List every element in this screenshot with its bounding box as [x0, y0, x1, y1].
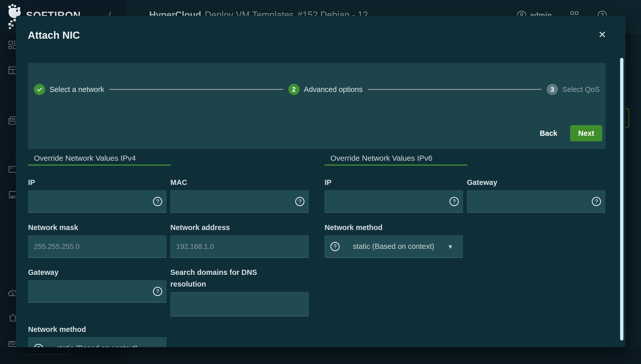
ipv6-ip-input[interactable]: [325, 191, 463, 212]
chevron-down-icon: ▾: [152, 344, 156, 347]
page-bottom-strip: [127, 347, 641, 364]
field-ipv4-dns-domains: Search domains for DNSresolution: [170, 266, 309, 316]
ipv6-method-label: Network method: [325, 222, 463, 233]
help-icon[interactable]: ?: [450, 197, 459, 206]
sidebar-active-underline: [25, 354, 70, 355]
step-select-qos[interactable]: 3 Select QoS: [547, 84, 600, 95]
screen: SOFTIRON / HyperCloudDeploy VM Templates…: [0, 0, 641, 364]
wizard-actions: Back Next: [537, 125, 602, 141]
ipv4-method-label: Network method: [28, 323, 166, 335]
chevron-down-icon: ▾: [448, 242, 452, 251]
back-button[interactable]: Back: [537, 129, 560, 138]
wizard-panel: Select a network 2 Advanced options 3 Se…: [28, 63, 606, 149]
ipv4-gateway-input[interactable]: [28, 280, 166, 302]
help-icon[interactable]: ?: [295, 197, 304, 206]
ipv4-ip-label: IP: [28, 177, 166, 188]
help-icon[interactable]: ?: [34, 344, 43, 347]
field-ipv4-netaddr: Network address: [170, 222, 309, 258]
section-ipv6: Override Network Values IPv6: [325, 153, 467, 166]
ipv4-netmask-input[interactable]: [28, 236, 166, 257]
field-ipv4-mac: MAC ?: [170, 177, 309, 213]
help-icon[interactable]: ?: [153, 287, 162, 296]
section-ipv4: Override Network Values IPv4: [28, 153, 171, 166]
modal-scrollbar[interactable]: [620, 58, 623, 341]
dialog-header-divider: [16, 48, 625, 48]
next-button[interactable]: Next: [570, 125, 602, 141]
help-icon[interactable]: ?: [592, 197, 601, 206]
step-label: Advanced options: [304, 85, 363, 94]
ipv4-method-value: static (Based on context): [56, 344, 138, 347]
section-ipv6-heading: Override Network Values IPv6: [325, 153, 467, 164]
section-ipv4-heading: Override Network Values IPv4: [28, 153, 171, 164]
step-done-circle: [34, 84, 45, 95]
stepper-connector: [368, 89, 542, 90]
ipv4-netaddr-input[interactable]: [171, 236, 309, 257]
field-ipv6-method: Network method ? static (Based on contex…: [325, 222, 463, 258]
step-select-network[interactable]: Select a network: [34, 84, 104, 95]
field-ipv4-netmask: Network mask: [28, 222, 166, 258]
ipv4-gateway-label: Gateway: [28, 266, 166, 278]
field-ipv4-gateway: Gateway ?: [28, 266, 166, 303]
ipv6-ip-label: IP: [325, 177, 463, 188]
section-ipv4-underline: [28, 165, 171, 166]
step-label: Select a network: [49, 85, 104, 94]
step-advanced-options[interactable]: 2 Advanced options: [288, 84, 363, 95]
ipv6-method-value: static (Based on context): [353, 242, 434, 251]
field-ipv4-ip: IP ?: [28, 177, 166, 213]
section-ipv6-underline: [325, 165, 467, 166]
step-label: Select QoS: [562, 85, 600, 94]
ipv4-mac-input[interactable]: [171, 191, 309, 212]
wizard-stepper: Select a network 2 Advanced options 3 Se…: [34, 84, 600, 95]
ipv4-netaddr-label: Network address: [170, 222, 309, 233]
page-right-strip: [625, 33, 631, 347]
field-ipv6-ip: IP ?: [325, 177, 463, 213]
ipv4-method-select[interactable]: ? static (Based on context) ▾: [28, 337, 166, 347]
ipv6-gateway-input[interactable]: [467, 191, 605, 212]
field-ipv6-gateway: Gateway ?: [467, 177, 605, 213]
help-icon[interactable]: ?: [153, 197, 162, 206]
sidebar-bottom-strip: [0, 347, 127, 364]
ipv4-dns-label: Search domains for DNSresolution: [170, 266, 309, 290]
step-number-circle: 3: [547, 84, 558, 95]
ipv4-ip-input[interactable]: [28, 191, 166, 212]
ipv4-dns-textarea[interactable]: [170, 292, 309, 316]
ipv6-gateway-label: Gateway: [467, 177, 605, 188]
ipv6-method-select[interactable]: ? static (Based on context) ▾: [325, 235, 463, 258]
stepper-connector: [109, 89, 283, 90]
ipv4-netmask-label: Network mask: [28, 222, 166, 233]
attach-nic-dialog: Attach NIC ✕ Select a network 2 Advanced…: [16, 16, 625, 347]
step-number-circle: 2: [288, 84, 300, 95]
check-icon: [36, 86, 43, 92]
ipv4-mac-label: MAC: [170, 177, 309, 188]
field-ipv4-method: Network method ? static (Based on contex…: [28, 323, 166, 347]
dialog-title: Attach NIC: [28, 30, 80, 41]
help-icon[interactable]: ?: [330, 242, 340, 251]
close-icon[interactable]: ✕: [596, 29, 608, 41]
